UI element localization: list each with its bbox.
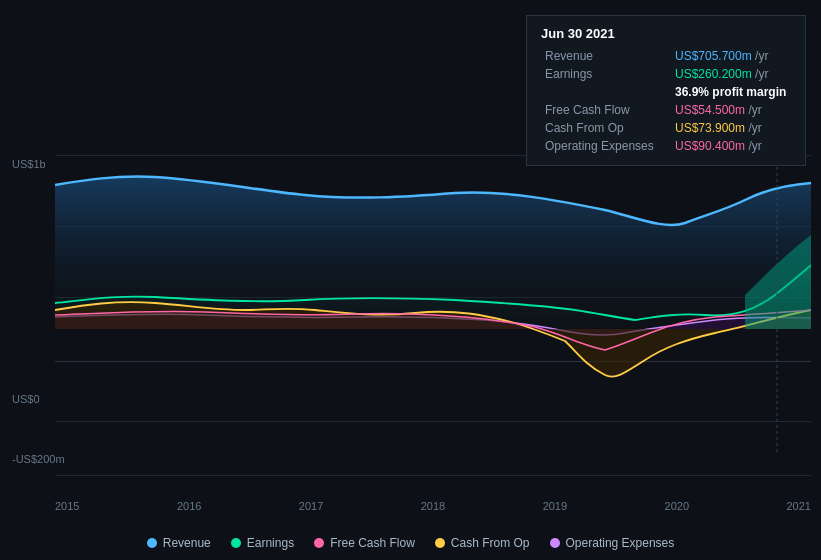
legend-label-opex: Operating Expenses (566, 536, 675, 550)
tooltip-revenue-label: Revenue (541, 47, 671, 65)
tooltip-cashop-value: US$73.900m /yr (671, 119, 791, 137)
legend-dot-revenue (147, 538, 157, 548)
tooltip-margin-value: 36.9% profit margin (671, 83, 791, 101)
tooltip-opex-row: Operating Expenses US$90.400m /yr (541, 137, 791, 155)
chart-legend: Revenue Earnings Free Cash Flow Cash Fro… (0, 536, 821, 550)
tooltip-revenue-value: US$705.700m /yr (671, 47, 791, 65)
legend-label-cashop: Cash From Op (451, 536, 530, 550)
legend-label-revenue: Revenue (163, 536, 211, 550)
legend-label-fcf: Free Cash Flow (330, 536, 415, 550)
legend-dot-fcf (314, 538, 324, 548)
tooltip-date: Jun 30 2021 (541, 26, 791, 41)
tooltip-fcf-row: Free Cash Flow US$54.500m /yr (541, 101, 791, 119)
x-label-2017: 2017 (299, 500, 323, 512)
tooltip-margin-label (541, 83, 671, 101)
legend-dot-cashop (435, 538, 445, 548)
legend-label-earnings: Earnings (247, 536, 294, 550)
legend-item-cashop[interactable]: Cash From Op (435, 536, 530, 550)
tooltip-cashop-label: Cash From Op (541, 119, 671, 137)
legend-item-revenue[interactable]: Revenue (147, 536, 211, 550)
tooltip-opex-value: US$90.400m /yr (671, 137, 791, 155)
tooltip-earnings-label: Earnings (541, 65, 671, 83)
x-axis-labels: 2015 2016 2017 2018 2019 2020 2021 (55, 500, 811, 512)
legend-item-opex[interactable]: Operating Expenses (550, 536, 675, 550)
tooltip-revenue-row: Revenue US$705.700m /yr (541, 47, 791, 65)
x-label-2016: 2016 (177, 500, 201, 512)
chart-container: Jun 30 2021 Revenue US$705.700m /yr Earn… (0, 0, 821, 560)
x-label-2018: 2018 (421, 500, 445, 512)
tooltip-opex-label: Operating Expenses (541, 137, 671, 155)
x-label-2015: 2015 (55, 500, 79, 512)
y-axis-zero-label: US$0 (12, 393, 40, 405)
legend-item-earnings[interactable]: Earnings (231, 536, 294, 550)
tooltip-earnings-value: US$260.200m /yr (671, 65, 791, 83)
tooltip-fcf-label: Free Cash Flow (541, 101, 671, 119)
x-label-2021: 2021 (786, 500, 810, 512)
chart-svg (55, 155, 811, 455)
x-label-2020: 2020 (665, 500, 689, 512)
x-label-2019: 2019 (543, 500, 567, 512)
legend-dot-earnings (231, 538, 241, 548)
tooltip-earnings-row: Earnings US$260.200m /yr (541, 65, 791, 83)
tooltip-fcf-value: US$54.500m /yr (671, 101, 791, 119)
tooltip-margin-row: 36.9% profit margin (541, 83, 791, 101)
tooltip-table: Revenue US$705.700m /yr Earnings US$260.… (541, 47, 791, 155)
tooltip-box: Jun 30 2021 Revenue US$705.700m /yr Earn… (526, 15, 806, 166)
grid-line-bottom (55, 475, 811, 476)
tooltip-cashop-row: Cash From Op US$73.900m /yr (541, 119, 791, 137)
y-axis-top-label: US$1b (12, 158, 46, 170)
legend-dot-opex (550, 538, 560, 548)
legend-item-fcf[interactable]: Free Cash Flow (314, 536, 415, 550)
